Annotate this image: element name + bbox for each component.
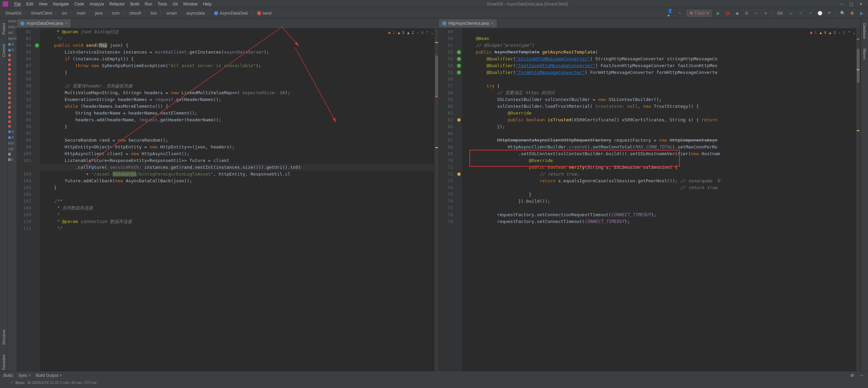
build-tab-sync[interactable]: Sync × [18,373,31,378]
menu-code[interactable]: Code [72,2,87,6]
project-item[interactable]: A [7,41,17,47]
breadcrumb-item[interactable]: SmartGit [3,10,23,16]
project-item[interactable] [7,119,17,124]
menu-refactor[interactable]: Refactor [107,2,128,6]
project-item[interactable] [7,72,17,77]
menu-navigate[interactable]: Navigate [50,2,72,6]
maximize-icon[interactable]: ▢ [849,2,853,6]
structure-tab[interactable]: Structure [2,328,6,346]
breadcrumb-item[interactable]: ztesoft [127,10,143,16]
menu-build[interactable]: Build [128,2,142,6]
debug-icon[interactable]: 🐞 [725,10,731,16]
run-icon[interactable]: ▶ [715,10,721,16]
breadcrumb-item[interactable]: AsyncDataDeal [212,10,250,16]
scrollbar[interactable] [856,28,860,371]
run-config-dropdown[interactable]: ✖ TJson ▾ [687,10,712,17]
git-history-icon[interactable]: 🕘 [817,10,823,16]
breadcrumb-item[interactable]: com [110,10,122,16]
run-anything-icon[interactable]: ▶ [859,10,865,16]
project-item[interactable] [7,110,17,115]
project-item[interactable] [7,100,17,105]
git-rollback-icon[interactable]: ↶ [826,10,832,16]
project-item[interactable] [7,86,17,91]
git-push-icon[interactable]: ↗ [807,10,813,16]
code-area-left[interactable]: ● 1 ▲ 5 ▲ 2 ✓ 4 ⌃ ⌄ 82838485868788899091… [17,28,439,371]
close-icon[interactable]: ✕ [859,2,863,6]
project-item[interactable] [7,77,17,81]
project-item[interactable] [7,62,17,67]
menu-view[interactable]: View [36,2,50,6]
commit-tab[interactable]: Commit [2,43,6,58]
menu-run[interactable]: Run [142,2,155,6]
window-title: SmartGit - AsyncDataDeal.java [SmartClie… [214,2,840,6]
menu-tools[interactable]: Tools [155,2,170,6]
breadcrumb-item[interactable]: java [93,10,104,16]
code-content[interactable]: @Bean // @Scope("prototype") public Asyn… [462,28,856,371]
profile-icon[interactable]: ⊙ [744,10,750,16]
project-item[interactable]: bod [7,140,17,146]
breadcrumb-item[interactable]: send [255,10,273,16]
project-item[interactable] [7,124,17,129]
minimize-icon[interactable]: ─ [840,2,843,6]
project-item[interactable] [7,53,17,58]
project-item[interactable] [7,96,17,100]
project-item[interactable]: call [7,146,17,152]
project-item[interactable]: A [7,129,17,135]
breadcrumb-item[interactable]: smart [165,10,179,16]
tab-close-icon[interactable]: × [60,373,62,378]
code-content[interactable]: * @param json binlog日志 */ public void se… [40,28,435,371]
coverage-icon[interactable]: ◈ [734,10,740,16]
project-tab[interactable]: Project [2,22,6,36]
more-icon[interactable]: ⋯ [753,10,759,16]
project-item[interactable] [7,67,17,72]
project-item[interactable]: ortal.e [7,24,17,30]
tab-close-icon[interactable]: × [65,21,67,26]
menu-edit[interactable]: Edit [23,2,36,6]
hammer-icon[interactable]: ↖ [677,10,683,16]
menu-git[interactable]: Git [170,2,180,6]
project-item[interactable] [7,105,17,110]
project-item[interactable]: iart [7,30,17,36]
project-item[interactable] [7,58,17,62]
user-icon[interactable]: 👤▾ [668,10,674,16]
breadcrumb-item[interactable]: bss [149,10,159,16]
ide-settings-icon[interactable]: ⚙ [849,10,855,16]
breadcrumb-item[interactable]: SmartClient [29,10,54,16]
build-tab-output[interactable]: Build Output × [36,373,62,378]
project-item[interactable] [7,115,17,119]
tab-bar-left: AsyncDataDeal.java × [17,18,439,28]
scrollbar[interactable] [435,28,439,371]
menu-bar: File Edit View Navigate Code Analyze Ref… [0,0,868,8]
project-item[interactable]: s [7,157,17,162]
code-area-right[interactable]: ● 1 ▲ 9 ▲ 1 ✓ 1 ⌃ ⌄ 49505152535455565758… [439,28,861,371]
breadcrumb-item[interactable]: asyncdata [184,10,207,16]
menu-file[interactable]: File [12,2,23,6]
project-item[interactable]: A [7,135,17,140]
project-item[interactable]: A [7,47,17,53]
menu-analyze[interactable]: Analyze [87,2,107,6]
editor-tab[interactable]: HttpAsyncService.java × [439,19,497,27]
hide-icon[interactable]: ─ [859,372,865,379]
project-item[interactable]: ztesof [7,18,17,24]
breadcrumb-item[interactable]: main [75,10,88,16]
maven-tab[interactable]: Maven [863,47,867,61]
search-icon[interactable]: 🔍 [840,10,846,16]
menu-help[interactable]: Help [200,2,214,6]
database-tab[interactable]: Database [863,22,867,40]
project-item[interactable]: async [7,36,17,41]
tab-close-icon[interactable]: × [29,373,31,378]
project-item[interactable] [7,91,17,96]
git-update-icon[interactable]: ↙ [788,10,794,16]
java-class-icon [442,21,446,25]
breadcrumb-item[interactable]: src [60,10,69,16]
stop-icon[interactable]: ■ [763,10,769,16]
project-panel[interactable]: ztesofortal.eiartasyncAAAAbodcalls [7,18,17,371]
menu-window[interactable]: Window [180,2,200,6]
editor-tab[interactable]: AsyncDataDeal.java × [17,19,71,27]
git-commit-icon[interactable]: ✓ [798,10,804,16]
favorites-tab[interactable]: Favorites [2,353,6,371]
project-item[interactable] [7,81,17,86]
settings-icon[interactable]: ⚙ [849,372,855,379]
project-item[interactable] [7,152,17,157]
tab-close-icon[interactable]: × [491,21,494,26]
